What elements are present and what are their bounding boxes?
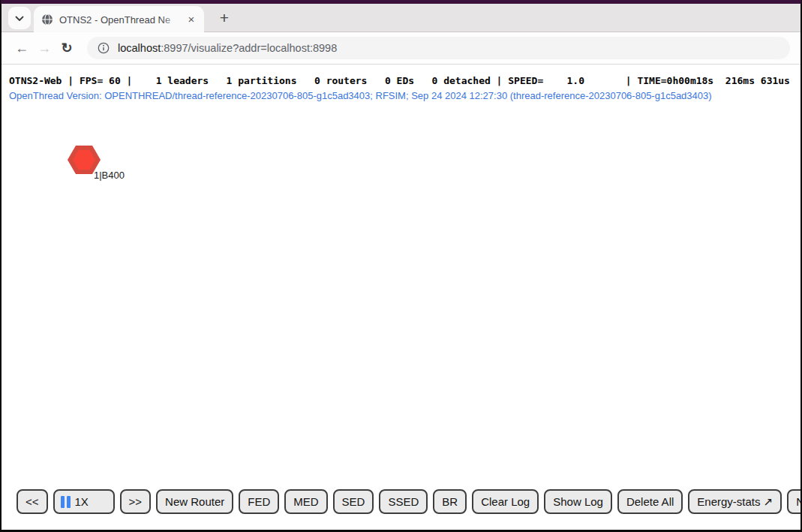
br-button[interactable]: BR	[433, 489, 467, 514]
forward-icon: →	[38, 41, 51, 56]
clear-log-button[interactable]: Clear Log	[472, 489, 539, 514]
delete-all-button[interactable]: Delete All	[617, 489, 683, 514]
browser-tab[interactable]: OTNS2 - OpenThread Ne ×	[34, 6, 204, 32]
speed-label: 1X	[75, 495, 89, 508]
plus-icon: +	[220, 9, 229, 27]
browser-window: OTNS2 - OpenThread Ne × + ← → ↻ localhos…	[2, 4, 800, 530]
ssed-label: SSED	[388, 495, 419, 508]
action-toolbar: << 1X >> New Router FED MED SED SSED BR …	[17, 489, 800, 514]
url-input[interactable]: localhost:8997/visualize?addr=localhost:…	[87, 37, 790, 59]
show-log-label: Show Log	[553, 495, 603, 508]
url-path: :8997/visualize?addr=localhost:8998	[161, 42, 337, 54]
med-button[interactable]: MED	[284, 489, 327, 514]
sed-button[interactable]: SED	[333, 489, 374, 514]
node-stats-button[interactable]: Node-stats ↗	[787, 489, 800, 514]
tab-title-wrap: OTNS2 - OpenThread Ne	[59, 13, 182, 26]
chevron-down-icon	[15, 11, 24, 25]
rewind-button[interactable]: <<	[17, 489, 48, 514]
tab-title: OTNS2 - OpenThread Ne	[59, 14, 170, 26]
back-icon: ←	[15, 41, 29, 56]
tab-close-button[interactable]: ×	[185, 13, 198, 26]
url-text: localhost:8997/visualize?addr=localhost:…	[118, 42, 337, 54]
node-leader[interactable]: 1|B400	[66, 144, 126, 182]
url-host: localhost	[118, 42, 161, 54]
node-label: 1|B400	[94, 170, 125, 181]
ssed-button[interactable]: SSED	[379, 489, 428, 514]
clear-log-label: Clear Log	[481, 495, 530, 508]
node-stats-label: Node-stats ↗	[796, 495, 800, 509]
energy-stats-label: Energy-stats ↗	[697, 495, 773, 509]
close-icon: ×	[188, 13, 195, 26]
tab-search-button[interactable]	[8, 7, 31, 29]
rewind-label: <<	[26, 495, 39, 508]
fast-forward-label: >>	[129, 495, 143, 508]
med-label: MED	[293, 495, 318, 508]
info-icon[interactable]	[98, 42, 110, 54]
fed-button[interactable]: FED	[239, 489, 279, 514]
reload-icon: ↻	[61, 41, 72, 56]
new-router-label: New Router	[165, 495, 224, 508]
simulator-canvas: OTNS2-Web | FPS= 60 | 1 leaders 1 partit…	[2, 65, 800, 530]
forward-button[interactable]: →	[33, 41, 56, 55]
sed-label: SED	[342, 495, 365, 508]
speed-button[interactable]: 1X	[53, 489, 115, 514]
address-bar-row: ← → ↻ localhost:8997/visualize?addr=loca…	[2, 32, 800, 65]
back-button[interactable]: ←	[11, 41, 33, 55]
globe-favicon-icon	[41, 14, 53, 26]
show-log-button[interactable]: Show Log	[544, 489, 612, 514]
delete-all-label: Delete All	[626, 495, 674, 508]
pause-icon	[61, 496, 71, 508]
status-line: OTNS2-Web | FPS= 60 | 1 leaders 1 partit…	[9, 75, 790, 86]
new-tab-button[interactable]: +	[215, 8, 234, 28]
new-router-button[interactable]: New Router	[156, 489, 233, 514]
energy-stats-button[interactable]: Energy-stats ↗	[688, 489, 782, 514]
reload-button[interactable]: ↻	[56, 41, 78, 55]
fed-label: FED	[248, 495, 270, 508]
fast-forward-button[interactable]: >>	[120, 489, 152, 514]
br-label: BR	[442, 495, 458, 508]
tab-strip: OTNS2 - OpenThread Ne × +	[2, 4, 800, 32]
version-line: OpenThread Version: OPENTHREAD/thread-re…	[9, 90, 712, 101]
